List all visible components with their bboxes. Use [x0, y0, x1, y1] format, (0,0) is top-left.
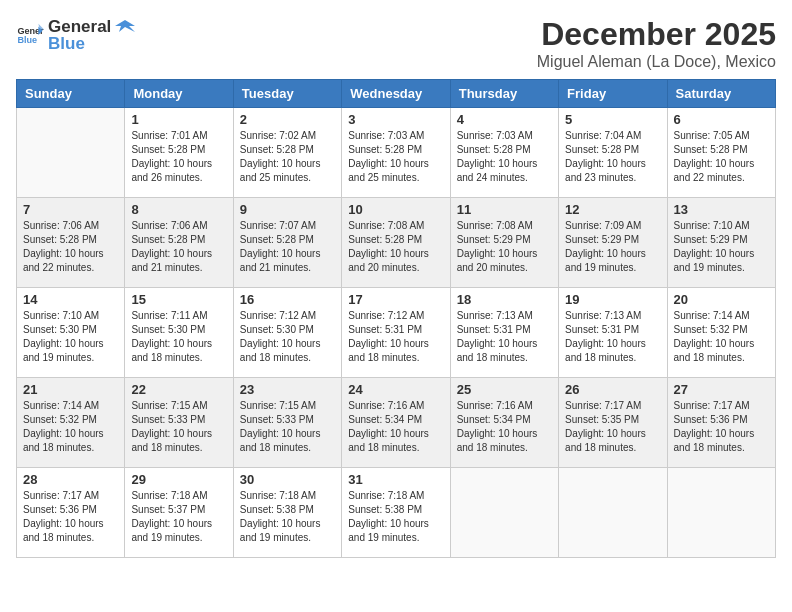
cell-info: Sunrise: 7:12 AMSunset: 5:30 PMDaylight:… [240, 309, 335, 365]
cell-day-number: 6 [674, 112, 769, 127]
calendar-cell: 4Sunrise: 7:03 AMSunset: 5:28 PMDaylight… [450, 108, 558, 198]
calendar-cell: 24Sunrise: 7:16 AMSunset: 5:34 PMDayligh… [342, 378, 450, 468]
header-cell-thursday: Thursday [450, 80, 558, 108]
header-cell-saturday: Saturday [667, 80, 775, 108]
cell-info: Sunrise: 7:17 AMSunset: 5:36 PMDaylight:… [674, 399, 769, 455]
cell-info: Sunrise: 7:05 AMSunset: 5:28 PMDaylight:… [674, 129, 769, 185]
calendar-cell: 29Sunrise: 7:18 AMSunset: 5:37 PMDayligh… [125, 468, 233, 558]
cell-info: Sunrise: 7:14 AMSunset: 5:32 PMDaylight:… [674, 309, 769, 365]
calendar-cell: 22Sunrise: 7:15 AMSunset: 5:33 PMDayligh… [125, 378, 233, 468]
cell-info: Sunrise: 7:13 AMSunset: 5:31 PMDaylight:… [565, 309, 660, 365]
calendar-cell: 31Sunrise: 7:18 AMSunset: 5:38 PMDayligh… [342, 468, 450, 558]
logo: General Blue General Blue [16, 16, 137, 54]
cell-day-number: 29 [131, 472, 226, 487]
cell-day-number: 2 [240, 112, 335, 127]
cell-day-number: 22 [131, 382, 226, 397]
cell-day-number: 15 [131, 292, 226, 307]
calendar-cell: 17Sunrise: 7:12 AMSunset: 5:31 PMDayligh… [342, 288, 450, 378]
calendar-cell: 9Sunrise: 7:07 AMSunset: 5:28 PMDaylight… [233, 198, 341, 288]
calendar-cell [450, 468, 558, 558]
calendar-week-row: 1Sunrise: 7:01 AMSunset: 5:28 PMDaylight… [17, 108, 776, 198]
cell-day-number: 14 [23, 292, 118, 307]
svg-marker-4 [115, 20, 135, 32]
cell-day-number: 30 [240, 472, 335, 487]
calendar-week-row: 14Sunrise: 7:10 AMSunset: 5:30 PMDayligh… [17, 288, 776, 378]
cell-day-number: 12 [565, 202, 660, 217]
cell-day-number: 10 [348, 202, 443, 217]
calendar-cell: 26Sunrise: 7:17 AMSunset: 5:35 PMDayligh… [559, 378, 667, 468]
cell-day-number: 26 [565, 382, 660, 397]
cell-day-number: 31 [348, 472, 443, 487]
cell-info: Sunrise: 7:13 AMSunset: 5:31 PMDaylight:… [457, 309, 552, 365]
cell-info: Sunrise: 7:03 AMSunset: 5:28 PMDaylight:… [348, 129, 443, 185]
cell-day-number: 7 [23, 202, 118, 217]
calendar-cell: 19Sunrise: 7:13 AMSunset: 5:31 PMDayligh… [559, 288, 667, 378]
calendar-cell: 18Sunrise: 7:13 AMSunset: 5:31 PMDayligh… [450, 288, 558, 378]
cell-info: Sunrise: 7:17 AMSunset: 5:36 PMDaylight:… [23, 489, 118, 545]
calendar-cell: 23Sunrise: 7:15 AMSunset: 5:33 PMDayligh… [233, 378, 341, 468]
calendar-cell: 12Sunrise: 7:09 AMSunset: 5:29 PMDayligh… [559, 198, 667, 288]
cell-info: Sunrise: 7:04 AMSunset: 5:28 PMDaylight:… [565, 129, 660, 185]
calendar-cell [559, 468, 667, 558]
cell-day-number: 17 [348, 292, 443, 307]
cell-info: Sunrise: 7:06 AMSunset: 5:28 PMDaylight:… [131, 219, 226, 275]
cell-info: Sunrise: 7:02 AMSunset: 5:28 PMDaylight:… [240, 129, 335, 185]
calendar-cell: 28Sunrise: 7:17 AMSunset: 5:36 PMDayligh… [17, 468, 125, 558]
calendar: SundayMondayTuesdayWednesdayThursdayFrid… [16, 79, 776, 558]
header-cell-tuesday: Tuesday [233, 80, 341, 108]
calendar-week-row: 7Sunrise: 7:06 AMSunset: 5:28 PMDaylight… [17, 198, 776, 288]
cell-day-number: 1 [131, 112, 226, 127]
cell-day-number: 24 [348, 382, 443, 397]
title-area: December 2025 Miguel Aleman (La Doce), M… [537, 16, 776, 71]
header: General Blue General Blue December 2025 … [16, 16, 776, 71]
cell-day-number: 16 [240, 292, 335, 307]
cell-info: Sunrise: 7:18 AMSunset: 5:37 PMDaylight:… [131, 489, 226, 545]
calendar-cell: 6Sunrise: 7:05 AMSunset: 5:28 PMDaylight… [667, 108, 775, 198]
cell-info: Sunrise: 7:10 AMSunset: 5:30 PMDaylight:… [23, 309, 118, 365]
cell-info: Sunrise: 7:03 AMSunset: 5:28 PMDaylight:… [457, 129, 552, 185]
calendar-cell: 30Sunrise: 7:18 AMSunset: 5:38 PMDayligh… [233, 468, 341, 558]
cell-day-number: 20 [674, 292, 769, 307]
cell-day-number: 5 [565, 112, 660, 127]
calendar-cell: 7Sunrise: 7:06 AMSunset: 5:28 PMDaylight… [17, 198, 125, 288]
calendar-cell: 8Sunrise: 7:06 AMSunset: 5:28 PMDaylight… [125, 198, 233, 288]
calendar-week-row: 28Sunrise: 7:17 AMSunset: 5:36 PMDayligh… [17, 468, 776, 558]
calendar-cell: 13Sunrise: 7:10 AMSunset: 5:29 PMDayligh… [667, 198, 775, 288]
cell-day-number: 25 [457, 382, 552, 397]
cell-day-number: 18 [457, 292, 552, 307]
cell-day-number: 3 [348, 112, 443, 127]
cell-info: Sunrise: 7:18 AMSunset: 5:38 PMDaylight:… [240, 489, 335, 545]
cell-day-number: 23 [240, 382, 335, 397]
logo-icon: General Blue [16, 21, 44, 49]
header-cell-sunday: Sunday [17, 80, 125, 108]
cell-info: Sunrise: 7:10 AMSunset: 5:29 PMDaylight:… [674, 219, 769, 275]
logo-bird-icon [113, 16, 135, 38]
cell-day-number: 28 [23, 472, 118, 487]
calendar-cell: 3Sunrise: 7:03 AMSunset: 5:28 PMDaylight… [342, 108, 450, 198]
calendar-cell: 2Sunrise: 7:02 AMSunset: 5:28 PMDaylight… [233, 108, 341, 198]
header-cell-wednesday: Wednesday [342, 80, 450, 108]
header-cell-friday: Friday [559, 80, 667, 108]
cell-day-number: 11 [457, 202, 552, 217]
calendar-cell: 11Sunrise: 7:08 AMSunset: 5:29 PMDayligh… [450, 198, 558, 288]
calendar-cell: 25Sunrise: 7:16 AMSunset: 5:34 PMDayligh… [450, 378, 558, 468]
cell-day-number: 27 [674, 382, 769, 397]
cell-day-number: 9 [240, 202, 335, 217]
calendar-week-row: 21Sunrise: 7:14 AMSunset: 5:32 PMDayligh… [17, 378, 776, 468]
cell-info: Sunrise: 7:14 AMSunset: 5:32 PMDaylight:… [23, 399, 118, 455]
calendar-cell: 21Sunrise: 7:14 AMSunset: 5:32 PMDayligh… [17, 378, 125, 468]
calendar-cell [667, 468, 775, 558]
cell-info: Sunrise: 7:08 AMSunset: 5:29 PMDaylight:… [457, 219, 552, 275]
location-title: Miguel Aleman (La Doce), Mexico [537, 53, 776, 71]
cell-info: Sunrise: 7:16 AMSunset: 5:34 PMDaylight:… [348, 399, 443, 455]
cell-info: Sunrise: 7:11 AMSunset: 5:30 PMDaylight:… [131, 309, 226, 365]
cell-day-number: 21 [23, 382, 118, 397]
calendar-cell: 27Sunrise: 7:17 AMSunset: 5:36 PMDayligh… [667, 378, 775, 468]
cell-info: Sunrise: 7:06 AMSunset: 5:28 PMDaylight:… [23, 219, 118, 275]
cell-info: Sunrise: 7:17 AMSunset: 5:35 PMDaylight:… [565, 399, 660, 455]
header-cell-monday: Monday [125, 80, 233, 108]
cell-info: Sunrise: 7:15 AMSunset: 5:33 PMDaylight:… [131, 399, 226, 455]
svg-text:Blue: Blue [17, 35, 37, 45]
calendar-cell: 5Sunrise: 7:04 AMSunset: 5:28 PMDaylight… [559, 108, 667, 198]
calendar-cell: 20Sunrise: 7:14 AMSunset: 5:32 PMDayligh… [667, 288, 775, 378]
